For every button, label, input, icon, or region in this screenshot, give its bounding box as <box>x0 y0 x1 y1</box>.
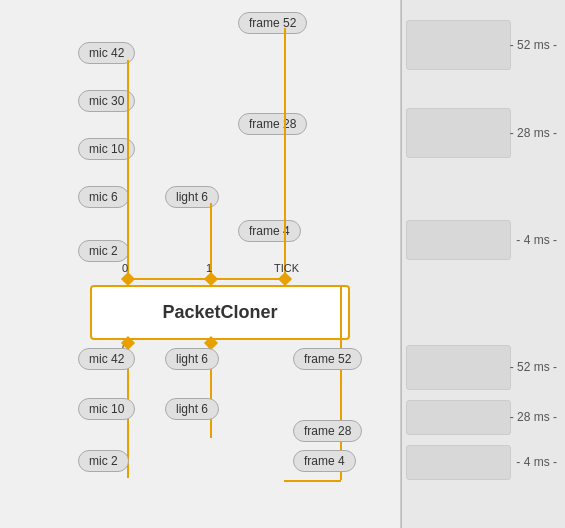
line-h-right-bot <box>284 480 341 482</box>
main-container: mic 42 mic 30 mic 10 mic 6 light 6 frame… <box>0 0 565 528</box>
node-light6-out1: light 6 <box>165 348 219 370</box>
node-mic10-out: mic 10 <box>78 398 135 420</box>
node-frame4-in: frame 4 <box>238 220 301 242</box>
timeline-bar-28-bot <box>406 400 511 435</box>
dot-port1 <box>204 272 218 286</box>
timeline-vline <box>401 0 402 528</box>
timeline-label-52-bot: - 52 ms - <box>510 360 557 374</box>
dot-port0 <box>121 272 135 286</box>
line-left-col <box>127 60 129 278</box>
node-frame28-out: frame 28 <box>293 420 362 442</box>
line-right-col <box>284 28 286 277</box>
timeline-label-28-top: - 28 ms - <box>510 126 557 140</box>
node-frame28-in: frame 28 <box>238 113 307 135</box>
timeline-bar-28-top <box>406 108 511 158</box>
timeline-label-4-bot: - 4 ms - <box>516 455 557 469</box>
port-label-1-in: 1 <box>206 262 212 274</box>
node-mic2-in: mic 2 <box>78 240 129 262</box>
timeline-bar-4-top <box>406 220 511 260</box>
timeline-bar-4-bot <box>406 445 511 480</box>
dot-tick <box>278 272 292 286</box>
node-frame52-in: frame 52 <box>238 12 307 34</box>
timeline-area: - 52 ms - - 28 ms - - 4 ms - - 52 ms - -… <box>400 0 565 528</box>
port-label-0-in: 0 <box>122 262 128 274</box>
diagram-area: mic 42 mic 30 mic 10 mic 6 light 6 frame… <box>0 0 400 528</box>
packet-cloner-label: PacketCloner <box>162 302 277 323</box>
timeline-label-52-top: - 52 ms - <box>510 38 557 52</box>
node-mic42-out: mic 42 <box>78 348 135 370</box>
line-h-right-top <box>284 285 341 287</box>
node-mic6-in: mic 6 <box>78 186 129 208</box>
timeline-bar-52-bot <box>406 345 511 390</box>
timeline-bar-52-top <box>406 20 511 70</box>
line-h-port1 <box>147 278 210 280</box>
node-mic2-out: mic 2 <box>78 450 129 472</box>
node-light6-out2: light 6 <box>165 398 219 420</box>
node-frame52-out: frame 52 <box>293 348 362 370</box>
line-h-tick <box>210 278 284 280</box>
timeline-label-28-bot: - 28 ms - <box>510 410 557 424</box>
port-label-tick: TICK <box>274 262 299 274</box>
node-frame4-out: frame 4 <box>293 450 356 472</box>
timeline-label-4-top: - 4 ms - <box>516 233 557 247</box>
packet-cloner-box: PacketCloner <box>90 285 350 340</box>
